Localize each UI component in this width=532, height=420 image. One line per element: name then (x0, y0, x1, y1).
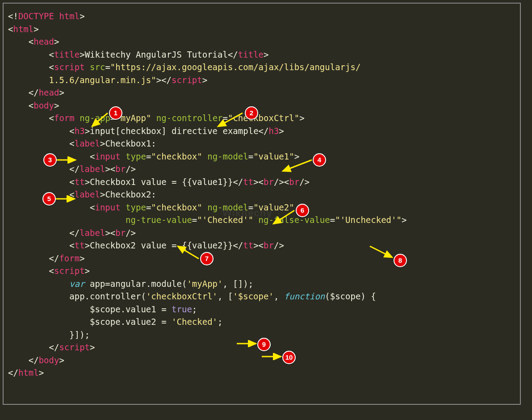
form-open: form (54, 113, 75, 123)
label2-open: label (75, 189, 100, 199)
h3-close: h3 (268, 126, 279, 136)
badge-5: 5 (42, 192, 56, 206)
badge-6: 6 (296, 204, 309, 217)
head-open: head (34, 37, 54, 46)
tt2-text: Checkbox2 value = {{value2}} (90, 240, 233, 250)
ngmodel-attr-1: ng-model (207, 151, 248, 161)
tt2-open: tt (75, 240, 85, 250)
title-open: title (54, 50, 80, 59)
type-val-2: "checkbox" (151, 202, 202, 212)
checked-str: 'Checked' (172, 317, 218, 327)
input2: input (95, 202, 120, 212)
semi-2: ; (218, 317, 222, 327)
html-close: html (18, 368, 39, 378)
type-attr-2: type (126, 202, 146, 212)
h3-open: h3 (75, 126, 85, 136)
badge-10: 10 (282, 351, 296, 364)
tt1-text: Checkbox1 value = {{value1}} (90, 177, 233, 187)
label2-text: Checkbox2: (105, 189, 156, 199)
code-container: <!DOCTYPE html> <html> <head> <title>Wik… (3, 3, 521, 405)
tt2-close: tt (243, 240, 253, 250)
badge-9: 9 (257, 338, 271, 351)
type-attr-1: type (126, 151, 146, 161)
var-kw: var (69, 279, 84, 289)
br-3: br (289, 177, 299, 187)
input1: input (95, 151, 120, 161)
ngctrl-attr: ng-controller (156, 113, 223, 123)
badge-7: 7 (200, 252, 214, 265)
head-close: head (39, 88, 59, 97)
function-kw: function (284, 291, 325, 301)
badge-4: 4 (313, 153, 326, 167)
code-block: <!DOCTYPE html> <html> <head> <title>Wik… (8, 10, 512, 379)
ngtrue-attr: ng-true-value (126, 215, 192, 225)
scope-param: ($scope) { (325, 291, 376, 301)
app-line: app=angular.module( (85, 279, 187, 289)
src-val-1: "https://ajax.googleapis.com/ajax/libs/a… (110, 62, 361, 72)
semi-1: ; (192, 304, 197, 314)
body-open: body (34, 101, 54, 110)
html-open: html (13, 24, 34, 34)
ngctrl-val: "checkboxCtrl" (228, 113, 299, 123)
label1-text: Checkbox1: (105, 139, 156, 148)
ngapp-attr: ng-app (80, 113, 110, 123)
ctrl-str: 'checkboxCtrl' (146, 291, 218, 301)
form-close: form (59, 253, 80, 263)
script2-close: script (59, 342, 90, 352)
app-line-2: , []); (222, 279, 253, 289)
true-kw: true (172, 304, 192, 314)
ctrl-line: app.controller( (69, 291, 146, 301)
badge-3: 3 (43, 153, 57, 167)
scope1-line: $scope.value1 = (90, 304, 172, 314)
script-close: script (172, 75, 202, 85)
body-close: body (39, 355, 59, 365)
badge-1: 1 (109, 106, 122, 120)
tt1-open: tt (75, 177, 85, 187)
br-5: br (264, 240, 274, 250)
title-text: Wikitechy AngularJS Tutorial (85, 50, 228, 59)
scope2-line: $scope.value2 = (90, 317, 172, 327)
tt1-close: tt (243, 177, 253, 187)
ngfalse-val: "'Unchecked'" (335, 215, 402, 225)
label2-close: label (80, 228, 105, 238)
close-arr: }]); (69, 330, 90, 340)
src-val-2: 1.5.6/angular.min.js" (49, 75, 156, 85)
type-val-1: "checkbox" (151, 151, 202, 161)
scope-str: '$scope' (233, 291, 274, 301)
myapp-str: 'myApp' (187, 279, 222, 289)
br-4: br (115, 228, 126, 238)
title-close: title (238, 50, 264, 59)
label1-open: label (75, 139, 100, 148)
label1-close: label (80, 164, 105, 174)
badge-8: 8 (394, 254, 407, 267)
br-2: br (264, 177, 274, 187)
script2-open: script (54, 266, 85, 276)
watermark: Wikitechy (222, 206, 272, 220)
badge-2: 2 (245, 106, 258, 120)
script-open: script (54, 62, 85, 72)
doctype: DOCTYPE html (18, 11, 80, 21)
ngmodel-val-1: "value1" (253, 151, 294, 161)
src-attr: src (90, 62, 105, 72)
br-1: br (115, 164, 126, 174)
h3-text: input[checkbox] directive example (90, 126, 259, 136)
